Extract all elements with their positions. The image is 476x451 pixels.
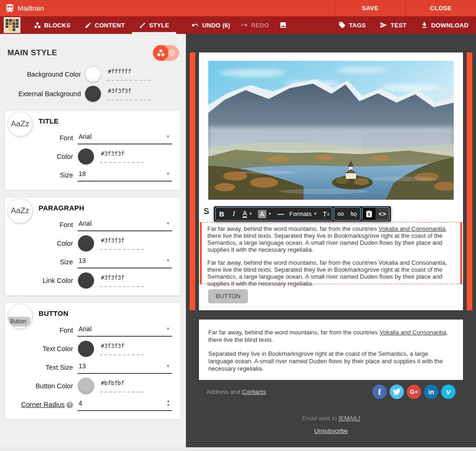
source-code-button[interactable]: <> [376, 208, 389, 220]
tab-blocks[interactable]: BLOCKS [27, 16, 78, 34]
paragraph-2[interactable]: Far far away, behind the word mountains,… [207, 259, 455, 287]
stepper-up-icon[interactable]: ▲ [166, 399, 170, 403]
paragraph-section-heading: PARAGRAPH [39, 204, 172, 212]
bold-button[interactable]: B [216, 208, 228, 220]
utility-group: <> [362, 207, 390, 221]
linkedin-icon[interactable]: in [424, 385, 438, 399]
paragraph-font-select[interactable]: Arial▼ [78, 219, 172, 231]
download-button[interactable]: DOWNLOAD [421, 21, 469, 29]
cubes-icon [34, 22, 41, 29]
save-button[interactable]: SAVE [335, 0, 405, 16]
formats-dropdown[interactable]: Formats▼ [287, 208, 320, 220]
link-group [334, 207, 361, 221]
remove-link-button[interactable] [347, 208, 360, 220]
vokalia-link[interactable]: Vokalia and Consonantia [378, 225, 445, 232]
stepper-down-icon[interactable]: ▼ [166, 404, 170, 407]
chevron-down-icon: ▼ [313, 212, 317, 216]
text-color-button[interactable]: A▼ [240, 208, 255, 220]
background-color-swatch[interactable] [85, 66, 101, 83]
email-preview: S B I A▼ A▼ — Formats▼ Tx [186, 34, 476, 447]
title-color-hex-input[interactable]: #3f3f3f [100, 150, 144, 163]
email-cta-button[interactable]: BUTTON [208, 289, 248, 303]
highlight-color-button[interactable]: A▼ [255, 208, 274, 220]
edit-toolbar: BLOCKS CONTENT STYLE UNDO (6) REDO [0, 16, 476, 34]
googleplus-icon[interactable]: G+ [407, 385, 421, 399]
facebook-icon[interactable]: f [372, 385, 387, 399]
redo-button[interactable]: REDO [240, 21, 269, 29]
pencil-icon [85, 22, 92, 29]
insert-link-button[interactable] [334, 208, 347, 220]
help-icon[interactable]: ? [66, 402, 73, 408]
paragraph-preview-badge: AaZz [7, 198, 33, 223]
button-color-hex-input[interactable]: #bfbfbf [100, 380, 144, 392]
background-color-row: Background Color #ffffff [0, 65, 185, 84]
button-text-color-hex-input[interactable]: #3f3f3f [100, 343, 144, 355]
button-font-select[interactable]: Arial▼ [78, 324, 172, 337]
title-color-swatch[interactable] [78, 148, 94, 165]
gallery-button[interactable] [279, 21, 287, 29]
italic-button[interactable]: I [228, 208, 240, 220]
paragraph-1[interactable]: Far far away, behind the word mountains,… [207, 225, 455, 253]
richtext-toolbar: B I A▼ A▼ — Formats▼ Tx [214, 206, 391, 222]
vokalia-link[interactable]: Vokalia and Consonantia [379, 329, 446, 336]
blocks-global-toggle[interactable] [153, 45, 179, 61]
chevron-down-icon: ▼ [166, 258, 170, 263]
paragraph-link-color-swatch[interactable] [78, 272, 94, 289]
chevron-down-icon: ▼ [166, 327, 170, 331]
panel-title: MAIN STYLE [7, 48, 57, 58]
vimeo-icon[interactable]: v [441, 385, 456, 399]
blocks-mode-icon[interactable] [153, 45, 169, 61]
background-color-hex-input[interactable]: #ffffff [107, 68, 151, 81]
selected-text-block[interactable]: Far far away, behind the word mountains,… [200, 222, 462, 284]
email-main-block[interactable]: S B I A▼ A▼ — Formats▼ Tx [199, 52, 463, 310]
contacts-link[interactable]: Contacts [242, 388, 266, 395]
tags-button[interactable]: TAGS [338, 21, 366, 29]
corner-radius-stepper: ▲ ▼ [166, 399, 170, 407]
unsubscribe-link[interactable]: Unsubscribe [314, 427, 348, 434]
cube-icon[interactable] [167, 49, 176, 57]
chevron-down-icon[interactable]: ▼ [249, 212, 252, 216]
paragraph-size-select[interactable]: 13▼ [78, 256, 172, 268]
template-thumbnail [4, 17, 20, 33]
chevron-down-icon[interactable]: ▼ [268, 212, 272, 216]
hero-lake-image[interactable] [208, 61, 454, 200]
chevron-down-icon: ▼ [166, 134, 170, 139]
button-text-size-select[interactable]: 13▼ [78, 361, 172, 374]
close-button[interactable]: CLOSE [405, 0, 476, 16]
button-preview-badge: Button [7, 304, 33, 329]
paragraph-color-swatch[interactable] [78, 235, 94, 252]
horizontal-rule-button[interactable]: — [275, 208, 287, 220]
tab-style[interactable]: STYLE [132, 16, 176, 34]
external-background-hex-input[interactable]: #3f3f3f [107, 88, 151, 100]
paragraph-4[interactable]: Separated they live in Bookmarksgrove ri… [208, 350, 454, 373]
chevron-down-icon: ▼ [166, 364, 170, 368]
email-text-block[interactable]: Far far away, behind the word mountains,… [199, 320, 463, 380]
clipboard-icon [365, 210, 373, 218]
corner-radius-input[interactable]: 4 ▲ ▼ [78, 399, 172, 411]
unlink-icon [350, 210, 357, 218]
title-style-card: AaZz TITLE Font Arial▼ Color #3f3f3f Siz… [5, 110, 181, 190]
twitter-icon[interactable] [390, 385, 404, 399]
style-panel: MAIN STYLE Background Color #ffffff Exte… [0, 34, 186, 447]
test-button[interactable]: TEST [380, 21, 406, 29]
paragraph-color-hex-input[interactable]: #3f3f3f [100, 237, 144, 250]
bottom-strip [0, 447, 476, 451]
button-color-swatch[interactable] [78, 378, 94, 394]
tab-content[interactable]: CONTENT [78, 16, 132, 34]
email-token-link[interactable]: [EMAIL] [338, 415, 360, 422]
external-background-swatch[interactable] [85, 85, 101, 102]
redo-arrow-icon [240, 21, 248, 29]
history-actions: UNDO (6) REDO [192, 21, 287, 29]
paragraph-link-color-hex-input[interactable]: #3f3f3f [100, 275, 144, 287]
clear-formatting-button[interactable]: Tx [320, 208, 332, 220]
undo-button[interactable]: UNDO (6) [192, 21, 230, 29]
mailtrain-template-editor: Mailtrain SAVE CLOSE BLOCKS CONTENT [0, 0, 476, 451]
title-font-select[interactable]: Arial▼ [78, 132, 172, 144]
paragraph-3[interactable]: Far far away, behind the word mountains,… [208, 329, 454, 344]
button-text-color-swatch[interactable] [78, 340, 94, 357]
paragraph-style-card: AaZz PARAGRAPH Font Arial▼ Color #3f3f3f… [5, 197, 181, 296]
paste-button[interactable] [363, 208, 376, 220]
app-title: Mailtrain [18, 4, 44, 12]
title-size-select[interactable]: 18▼ [78, 169, 172, 182]
block-selection-bar-right [467, 52, 472, 310]
